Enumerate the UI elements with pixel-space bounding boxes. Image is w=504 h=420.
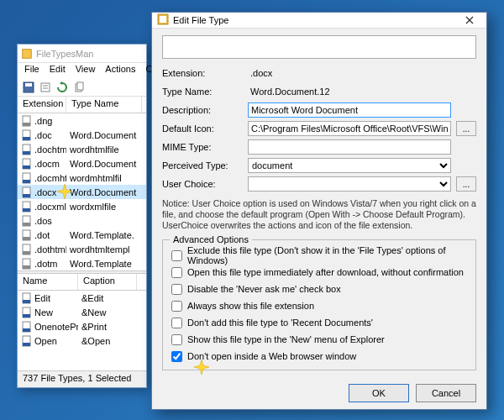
svg-rect-9 (23, 123, 30, 126)
main-listview[interactable]: Extension Type Name .dng.docWord.Documen… (18, 97, 146, 270)
mimetype-input[interactable] (248, 139, 451, 155)
svg-rect-23 (23, 223, 30, 226)
close-button[interactable] (458, 13, 481, 28)
checkbox-label: Show this file type in the 'New' menu of… (187, 334, 385, 344)
table-row[interactable]: .dothtmlwordhtmltempl (18, 242, 146, 256)
svg-rect-35 (23, 328, 30, 332)
svg-rect-33 (23, 314, 30, 318)
perceived-label: Perceived Type: (162, 160, 243, 171)
svg-rect-0 (23, 49, 32, 58)
table-row[interactable]: New&New (18, 305, 146, 319)
checkbox-3[interactable] (171, 301, 182, 312)
table-row[interactable]: Edit&Edit (18, 291, 146, 305)
userchoice-label: User Choice: (162, 179, 243, 189)
ext-cell: .dos (18, 215, 66, 227)
svg-rect-19 (23, 194, 30, 197)
col-extension[interactable]: Extension (18, 97, 66, 113)
menu-actions[interactable]: Actions (100, 63, 140, 78)
dialog-title: Edit File Type (173, 15, 458, 25)
file-icon (21, 144, 33, 155)
table-row[interactable]: .dotWord.Template. (18, 228, 146, 242)
checkbox-4[interactable] (171, 318, 182, 328)
list-header: Extension Type Name (18, 97, 146, 113)
table-row[interactable]: .docmhtmlwordmhtmlfil (18, 171, 146, 185)
checkbox-1[interactable] (171, 267, 182, 278)
checkbox-row: Don't add this file type to 'Recent Docu… (171, 314, 467, 331)
file-icon (21, 335, 33, 347)
mimetype-label: MIME Type: (162, 142, 243, 152)
toolbar-copy-icon[interactable] (71, 80, 87, 95)
browse-userchoice-button[interactable]: ... (456, 176, 476, 192)
file-icon (21, 229, 33, 241)
checkbox-row: Don't open inside a Web browser window (171, 348, 467, 365)
menu-view[interactable]: View (71, 63, 101, 78)
col-name[interactable]: Name (18, 274, 78, 290)
table-row[interactable]: .dochtmlwordhtmlfile (18, 142, 146, 156)
perceived-select[interactable]: document (248, 158, 451, 173)
toolbar-props-icon[interactable] (38, 80, 53, 95)
table-row[interactable]: OnenotePrin...&Print (18, 319, 146, 333)
checkbox-label: Exclude this file type (Don't show it in… (187, 245, 467, 265)
actions-listview[interactable]: Name Caption Edit&EditNew&NewOnenotePrin… (18, 274, 146, 348)
type-cell: Word.Template (66, 259, 142, 269)
checkbox-6[interactable] (171, 351, 182, 362)
ext-cell: .docxml (18, 201, 66, 213)
table-row[interactable]: .dos (18, 213, 146, 228)
file-icon (21, 172, 33, 184)
file-icon (21, 292, 33, 304)
file-icon (21, 115, 33, 127)
ok-button[interactable]: OK (349, 384, 409, 402)
type-cell: wordxmlfile (66, 202, 142, 212)
toolbar (18, 78, 146, 97)
svg-rect-2 (25, 83, 32, 87)
file-icon (21, 258, 33, 270)
ext-cell: .docmhtml (18, 172, 66, 184)
browse-icon-button[interactable]: ... (456, 121, 476, 136)
checkbox-5[interactable] (171, 334, 182, 345)
name-cell: Open (18, 335, 78, 347)
menu-edit[interactable]: Edit (45, 63, 71, 78)
caption-cell: &Open (78, 336, 137, 346)
advanced-legend: Advanced Options (170, 234, 252, 244)
type-cell: wordmhtmlfil (66, 173, 142, 183)
checkbox-0[interactable] (171, 250, 182, 261)
edit-filetype-dialog: Edit File Type Extension: Type Name: Des… (151, 12, 487, 410)
close-icon (465, 16, 474, 24)
type-cell: Word.Document (66, 187, 142, 197)
file-icon (21, 307, 33, 318)
checkbox-row: Show this file type in the 'New' menu of… (171, 331, 467, 348)
caption-cell: &Edit (78, 293, 137, 303)
extension-field (248, 66, 451, 81)
table-row[interactable]: Open&Open (18, 333, 146, 348)
svg-rect-17 (23, 180, 30, 183)
table-row[interactable]: .dotmWord.Template (18, 256, 146, 270)
description-input[interactable] (248, 102, 451, 118)
main-titlebar[interactable]: FileTypesMan (18, 45, 146, 63)
typename-label: Type Name: (162, 87, 243, 97)
advanced-options-group: Advanced Options Exclude this file type … (162, 239, 476, 370)
toolbar-refresh-icon[interactable] (55, 80, 70, 95)
dialog-titlebar[interactable]: Edit File Type (152, 13, 486, 29)
table-row[interactable]: .docxWord.Document (18, 185, 146, 199)
description-label: Description: (162, 105, 243, 115)
file-icon (21, 158, 33, 170)
col-caption[interactable]: Caption (78, 274, 137, 290)
type-cell: Word.Document (66, 130, 142, 140)
menu-file[interactable]: File (19, 63, 45, 78)
defaulticon-input[interactable] (248, 121, 451, 136)
col-typename[interactable]: Type Name (66, 97, 142, 113)
checkbox-label: Always show this file extension (187, 301, 314, 311)
ext-cell: .dochtml (18, 144, 66, 155)
checkbox-2[interactable] (171, 284, 182, 295)
table-row[interactable]: .docxmlwordxmlfile (18, 199, 146, 213)
checkbox-row: Open this file type immediately after do… (171, 264, 467, 281)
ext-cell: .docm (18, 158, 66, 170)
userchoice-select[interactable] (248, 176, 451, 192)
table-row[interactable]: .docmWord.Document (18, 156, 146, 171)
svg-rect-11 (23, 137, 30, 140)
table-row[interactable]: .dng (18, 113, 146, 128)
table-row[interactable]: .docWord.Document (18, 128, 146, 142)
toolbar-save-icon[interactable] (21, 80, 36, 95)
cancel-button[interactable]: Cancel (416, 384, 476, 402)
file-icon (21, 186, 33, 198)
